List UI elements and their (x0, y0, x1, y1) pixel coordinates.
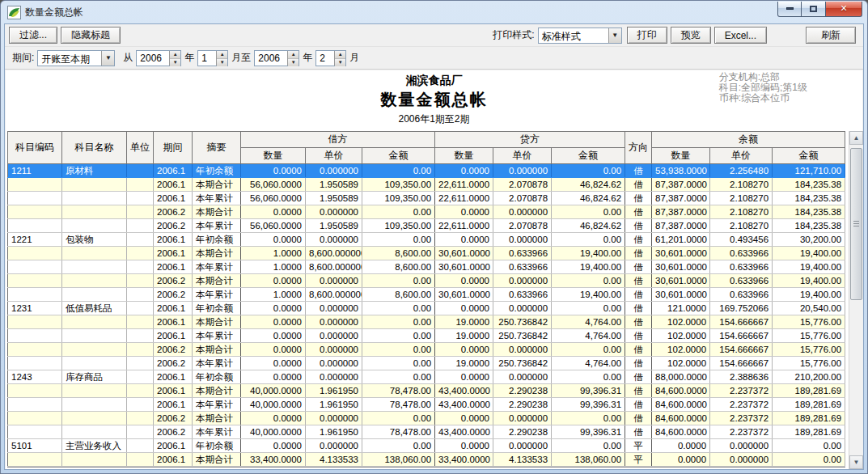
spin-down-icon[interactable]: ▼ (217, 59, 227, 66)
filter-button[interactable]: 过滤... (9, 27, 57, 44)
cell-debit-amount: 8,600.00 (362, 260, 435, 274)
cell-debit-amount: 0.00 (362, 233, 435, 247)
table-row[interactable]: 5101主营业务收入2006.1年初余额0.00000.0000000.000.… (8, 439, 845, 453)
scrollbar-thumb[interactable] (850, 148, 862, 300)
maximize-button[interactable] (802, 2, 826, 17)
table-row[interactable]: 2006.2本期合计0.00000.0000000.000.00000.0000… (8, 412, 845, 425)
cell-debit-amount: 0.00 (362, 205, 435, 219)
month-to-spinner[interactable]: 2 ▲▼ (315, 50, 346, 66)
table-row[interactable]: 2006.1本年累计40,000.00001.96195078,478.0043… (8, 398, 845, 412)
cell-debit-qty: 40,000.0000 (241, 398, 306, 412)
col-group-balance[interactable]: 余额 (652, 132, 845, 148)
report-period: 2006年1期至2期 (6, 112, 862, 126)
table-row[interactable]: 1231低值易耗品2006.1年初余额0.00000.0000000.000.0… (8, 302, 845, 315)
cell-credit-amount: 0.00 (552, 370, 625, 384)
cell-credit-price: 0.633966 (493, 247, 552, 260)
cell-name (62, 192, 127, 205)
table-row[interactable]: 1243库存商品2006.1年初余额0.00000.0000000.000.00… (8, 370, 845, 384)
col-header-credit-amount[interactable]: 金额 (552, 148, 625, 164)
cell-debit-qty: 56,060.0000 (241, 192, 306, 205)
vertical-scrollbar[interactable]: ▲ ▼ (849, 131, 862, 469)
refresh-button[interactable]: 刷新 (806, 27, 856, 44)
cell-debit-amount: 8,600.00 (362, 247, 435, 260)
col-header-debit-qty[interactable]: 数量 (241, 148, 306, 164)
col-header-unit[interactable]: 单位 (127, 132, 154, 164)
table-row[interactable]: 2006.2本年累计56,060.00001.950589109,350.002… (8, 219, 845, 233)
excel-button[interactable]: Excel... (714, 27, 767, 44)
cell-period: 2006.1 (154, 302, 193, 315)
year-from-spinner[interactable]: 2006 ▲▼ (136, 50, 181, 66)
client-area: 过滤... 隐藏标题 打印样式: 标准样式 ▼ 打印 预览 Excel... 刷… (4, 23, 864, 470)
close-button[interactable]: ✕ (826, 2, 862, 17)
cell-bal-amount: 189,281.69 (773, 425, 845, 439)
col-header-bal-qty[interactable]: 数量 (652, 148, 710, 164)
table-row[interactable]: 2006.2本年累计40,000.00001.96195078,478.0043… (8, 425, 845, 439)
print-button[interactable]: 打印 (627, 27, 667, 44)
cell-unit (127, 453, 154, 467)
chevron-down-icon[interactable]: ▼ (101, 51, 114, 66)
table-row[interactable]: 2006.2本年累计1.00008,600.0000008,600.0030,6… (8, 288, 845, 302)
table-row[interactable]: 2006.2本期合计0.00000.0000000.000.00000.0000… (8, 343, 845, 357)
col-header-summary[interactable]: 摘要 (193, 132, 241, 164)
cell-bal-amount: 15,776.00 (773, 357, 845, 370)
year-to-spinner[interactable]: 2006 ▲▼ (254, 50, 299, 66)
spin-up-icon[interactable]: ▲ (335, 51, 345, 59)
preview-button[interactable]: 预览 (671, 27, 711, 44)
col-header-bal-amount[interactable]: 金额 (773, 148, 845, 164)
cell-bal-price: 2.108270 (710, 219, 773, 233)
scroll-up-icon[interactable]: ▲ (849, 131, 863, 145)
cell-name (62, 453, 127, 467)
cell-credit-qty: 0.0000 (435, 233, 493, 247)
month-from-spinner[interactable]: 1 ▲▼ (197, 50, 228, 66)
table-row[interactable]: 2006.1本期合计56,060.00001.950589109,350.002… (8, 178, 845, 192)
cell-debit-qty: 0.0000 (241, 205, 306, 219)
table-row[interactable]: 1221包装物2006.1年初余额0.00000.0000000.000.000… (8, 233, 845, 247)
table-row[interactable]: 2006.1本年累计1.00008,600.0000008,600.0030,6… (8, 260, 845, 274)
scroll-down-icon[interactable]: ▼ (849, 455, 863, 469)
spin-down-icon[interactable]: ▼ (170, 59, 180, 66)
col-group-debit[interactable]: 借方 (241, 132, 435, 148)
cell-credit-qty: 0.0000 (435, 164, 493, 178)
cell-summary: 本年累计 (193, 288, 241, 302)
cell-summary: 年初余额 (193, 302, 241, 315)
spin-up-icon[interactable]: ▲ (217, 51, 227, 59)
table-row[interactable]: 1211原材料2006.1年初余额0.00000.0000000.000.000… (8, 164, 845, 178)
cell-period: 2006.1 (154, 384, 193, 398)
table-row[interactable]: 2006.2本年累计0.00000.0000000.0019.0000250.7… (8, 357, 845, 370)
cell-bal-qty: 30,601.0000 (652, 274, 710, 288)
print-style-select[interactable]: 标准样式 ▼ (538, 28, 622, 44)
period-range-select[interactable]: 开账至本期 ▼ (37, 50, 115, 66)
col-header-direction[interactable]: 方向 (625, 132, 652, 164)
table-row[interactable]: 2006.1本期合计0.00000.0000000.0019.0000250.7… (8, 315, 845, 329)
col-header-debit-amount[interactable]: 金额 (362, 148, 435, 164)
table-row[interactable]: 2006.1本期合计1.00008,600.0000008,600.0030,6… (8, 247, 845, 260)
col-header-debit-price[interactable]: 单价 (306, 148, 362, 164)
spin-down-icon[interactable]: ▼ (335, 59, 345, 66)
table-row[interactable]: 2006.1本年累计0.00000.0000000.0019.0000250.7… (8, 329, 845, 343)
col-header-period[interactable]: 期间 (154, 132, 193, 164)
chevron-down-icon[interactable]: ▼ (608, 28, 621, 43)
cell-unit (127, 370, 154, 384)
table-row[interactable]: 2006.1本期合计40,000.00001.96195078,478.0043… (8, 384, 845, 398)
col-header-name[interactable]: 科目名称 (62, 132, 127, 164)
table-row[interactable]: 2006.1本期合计33,400.00004.133533138,060.003… (8, 453, 845, 467)
hide-title-button[interactable]: 隐藏标题 (61, 27, 121, 44)
spin-up-icon[interactable]: ▲ (170, 51, 180, 59)
col-header-credit-price[interactable]: 单价 (493, 148, 552, 164)
minimize-button[interactable] (777, 2, 802, 17)
table-row[interactable]: 2006.2本期合计0.00000.0000000.000.00000.0000… (8, 205, 845, 219)
col-group-credit[interactable]: 贷方 (435, 132, 625, 148)
title-bar[interactable]: 数量金额总帐 ✕ (1, 1, 867, 23)
col-header-bal-price[interactable]: 单价 (710, 148, 773, 164)
table-row[interactable]: 2006.2本期合计0.00000.0000000.000.00000.0000… (8, 274, 845, 288)
table-row[interactable]: 2006.1本年累计56,060.00001.950589109,350.002… (8, 192, 845, 205)
cell-credit-price: 0.633966 (493, 288, 552, 302)
spin-down-icon[interactable]: ▼ (288, 59, 299, 66)
col-header-credit-qty[interactable]: 数量 (435, 148, 493, 164)
spin-up-icon[interactable]: ▲ (288, 51, 299, 59)
cell-direction: 借 (625, 384, 652, 398)
cell-period: 2006.2 (154, 288, 193, 302)
cell-credit-qty: 30,601.0000 (435, 247, 493, 260)
col-header-code[interactable]: 科目编码 (8, 132, 62, 164)
cell-debit-qty: 0.0000 (241, 274, 306, 288)
